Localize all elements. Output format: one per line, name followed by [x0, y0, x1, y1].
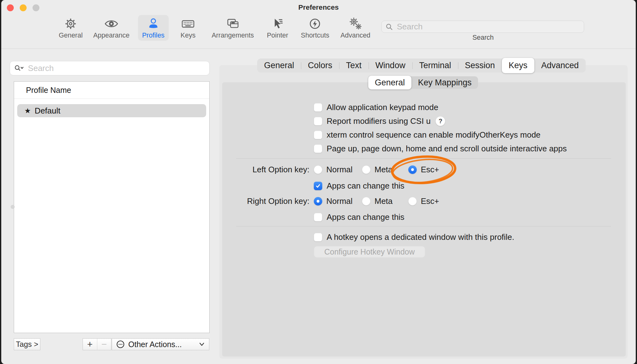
- cursor-icon: [271, 16, 284, 31]
- toolbar-item-shortcuts[interactable]: Shortcuts: [301, 16, 329, 39]
- checkbox-right-apps-change[interactable]: [314, 213, 322, 221]
- left-option-row: Left Option key: Normal Meta Esc+: [1, 164, 636, 175]
- configure-hotkey-window-button: Configure Hotkey Window: [314, 246, 425, 258]
- toolbar-label: Appearance: [93, 32, 130, 39]
- toolbar-item-arrangements[interactable]: Arrangements: [211, 16, 254, 39]
- checkbox-label: Allow application keypad mode: [327, 103, 438, 112]
- tab-text[interactable]: Text: [339, 58, 369, 73]
- windows-icon: [225, 16, 240, 31]
- star-icon: ★: [24, 107, 31, 115]
- toolbar-label: Profiles: [142, 32, 165, 39]
- toolbar-item-appearance[interactable]: Appearance: [93, 16, 130, 39]
- radio-icon-selected[interactable]: [408, 165, 417, 174]
- toolbar-search-input[interactable]: [396, 22, 580, 32]
- search-scope-icon: [14, 64, 25, 72]
- gears-icon: [349, 16, 362, 31]
- checkbox-left-apps-change-checked[interactable]: [314, 182, 322, 190]
- checkbox-hotkey-window[interactable]: [314, 233, 322, 241]
- profile-search-field[interactable]: [10, 61, 210, 75]
- person-icon: [146, 16, 160, 31]
- toolbar-label: Keys: [181, 32, 196, 39]
- checkbox-row: xterm control sequence can enable modify…: [314, 129, 541, 140]
- checkbox-csi-u[interactable]: [314, 117, 322, 125]
- toolbar-item-advanced[interactable]: Advanced: [340, 16, 370, 39]
- radio-icon[interactable]: [314, 165, 322, 174]
- tab-window[interactable]: Window: [369, 58, 412, 73]
- checkbox-row: Page up, page down, home and end scroll …: [314, 143, 567, 154]
- window-title: Preferences: [1, 3, 636, 12]
- toolbar-item-general[interactable]: General: [59, 16, 83, 39]
- chevron-down-icon: [198, 342, 205, 347]
- tab-colors[interactable]: Colors: [301, 58, 339, 73]
- tab-general[interactable]: General: [257, 58, 301, 73]
- left-option-label: Left Option key:: [205, 164, 309, 175]
- tab-session[interactable]: Session: [458, 58, 502, 73]
- preferences-window: Preferences General Appearance: [1, 0, 636, 364]
- toolbar-item-keys[interactable]: Keys: [181, 16, 196, 39]
- toolbar-item-pointer[interactable]: Pointer: [267, 16, 288, 39]
- profile-list: Profile Name ★ Default: [14, 81, 210, 333]
- tab-terminal[interactable]: Terminal: [412, 58, 458, 73]
- radio-left-esc[interactable]: Esc+: [408, 164, 439, 175]
- radio-left-meta[interactable]: Meta: [362, 164, 393, 175]
- subtab-key-mappings[interactable]: Key Mappings: [411, 76, 478, 89]
- section-divider: [236, 226, 611, 226]
- check-icon: [315, 183, 321, 189]
- radio-icon[interactable]: [362, 197, 370, 205]
- keys-subtab-bar: General Key Mappings: [368, 76, 478, 89]
- other-actions-label: Other Actions...: [128, 340, 195, 349]
- eye-icon: [104, 16, 119, 31]
- profile-search-input[interactable]: [27, 63, 205, 73]
- remove-profile-button: −: [97, 339, 111, 350]
- toolbar-label: Pointer: [267, 32, 288, 39]
- profile-list-header: Profile Name: [14, 82, 209, 99]
- toolbar-divider: [1, 48, 636, 49]
- checkbox-keypad-mode[interactable]: [314, 103, 322, 112]
- toolbar-item-profiles[interactable]: Profiles: [138, 15, 169, 41]
- checkbox-label: xterm control sequence can enable modify…: [327, 130, 541, 140]
- radio-right-esc[interactable]: Esc+: [408, 196, 439, 206]
- subtab-general[interactable]: General: [368, 76, 411, 89]
- toolbar-search-field[interactable]: [381, 21, 584, 33]
- search-icon: [385, 23, 393, 31]
- left-apps-change-row: Apps can change this: [314, 180, 405, 191]
- gear-icon: [64, 16, 78, 31]
- checkbox-row: Allow application keypad mode: [314, 102, 438, 113]
- profile-tab-bar: General Colors Text Window Terminal Sess…: [257, 58, 586, 73]
- checkbox-label: Page up, page down, home and end scroll …: [327, 144, 567, 154]
- radio-icon-selected[interactable]: [314, 197, 322, 205]
- section-divider: [236, 158, 611, 159]
- radio-left-normal[interactable]: Normal: [314, 164, 353, 175]
- toolbar-label: Advanced: [340, 32, 370, 39]
- right-apps-change-row: Apps can change this: [314, 212, 405, 222]
- tags-button[interactable]: Tags >: [14, 338, 40, 350]
- toolbar-label: General: [59, 32, 83, 39]
- toolbar-search-label: Search: [472, 34, 494, 42]
- profile-name: Default: [35, 106, 60, 116]
- keyboard-icon: [181, 16, 196, 31]
- profile-row-default[interactable]: ★ Default: [17, 104, 206, 117]
- tab-keys[interactable]: Keys: [502, 58, 534, 73]
- toolbar-label: Shortcuts: [301, 32, 329, 39]
- add-remove-segment: + −: [83, 338, 111, 350]
- tab-advanced[interactable]: Advanced: [534, 58, 586, 73]
- ellipsis-circle-icon: [116, 340, 125, 349]
- checkbox-row: Report modifiers using CSI u ?: [314, 116, 445, 126]
- right-option-label: Right Option key:: [205, 196, 309, 206]
- toolbar-label: Arrangements: [211, 32, 254, 39]
- other-actions-dropdown[interactable]: Other Actions...: [112, 338, 209, 350]
- lightning-icon: [308, 16, 322, 31]
- checkbox-scroll-outside-apps[interactable]: [314, 144, 322, 153]
- radio-right-normal[interactable]: Normal: [314, 196, 353, 206]
- add-profile-button[interactable]: +: [83, 339, 97, 350]
- radio-icon[interactable]: [362, 165, 370, 174]
- help-button[interactable]: ?: [436, 116, 445, 126]
- radio-icon[interactable]: [408, 197, 417, 205]
- checkbox-label: Report modifiers using CSI u: [327, 116, 431, 126]
- right-option-row: Right Option key: Normal Meta Esc+: [1, 196, 636, 206]
- checkbox-modify-other-keys[interactable]: [314, 131, 322, 139]
- radio-right-meta[interactable]: Meta: [362, 196, 393, 206]
- hotkey-row: A hotkey opens a dedicated window with t…: [314, 232, 514, 242]
